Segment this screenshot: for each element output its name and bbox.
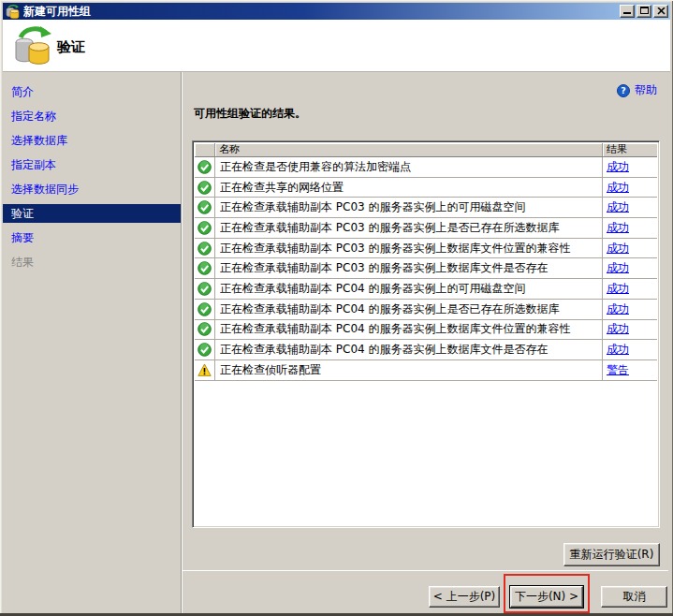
check-name: 正在检查承载辅助副本 PC04 的服务器实例上的可用磁盘空间 (215, 279, 526, 299)
help-label: 帮助 (635, 82, 657, 98)
cancel-button[interactable]: 取消 (601, 586, 667, 608)
table-row[interactable]: 正在检查侦听器配置 警告 (195, 360, 657, 381)
result-link[interactable]: 成功 (603, 340, 629, 359)
sidebar-item-summary[interactable]: 摘要 (3, 226, 181, 250)
check-name: 正在检查承载辅助副本 PC03 的服务器实例上数据库文件是否存在 (215, 258, 549, 278)
sidebar-item-results: 结果 (3, 250, 181, 274)
sidebar-divider (181, 72, 183, 613)
result-link[interactable]: 警告 (603, 360, 629, 380)
new-availability-group-dialog: 新建可用性组 验证 简介指定名称选择数据库指定副本选择数据同步验证摘要结果 ? … (0, 0, 673, 616)
result-link[interactable]: 成功 (603, 239, 629, 258)
success-icon (198, 221, 212, 235)
sidebar-item-label: 指定名称 (11, 110, 56, 123)
availability-group-icon (6, 5, 20, 19)
maximize-button[interactable] (636, 5, 651, 18)
table-row[interactable]: 正在检查是否使用兼容的算法加密端点 成功 (195, 157, 657, 178)
next-button[interactable]: 下一步(N) > (510, 586, 583, 608)
sidebar-item-validation[interactable]: 验证 (3, 204, 181, 223)
close-icon (657, 7, 666, 15)
success-icon (198, 242, 212, 256)
maximize-icon (640, 7, 649, 14)
column-header-icon[interactable] (195, 143, 215, 156)
sidebar-item-specify-replicas[interactable]: 指定副本 (3, 153, 181, 177)
sidebar-item-label: 简介 (11, 85, 34, 98)
sidebar-item-label: 结果 (11, 256, 34, 269)
check-name: 正在检查承载辅助副本 PC03 的服务器实例上的可用磁盘空间 (215, 198, 526, 217)
success-icon (198, 160, 212, 174)
sidebar-item-label: 选择数据库 (11, 134, 67, 147)
sidebar: 简介指定名称选择数据库指定副本选择数据同步验证摘要结果 (3, 72, 181, 569)
results-caption: 可用性组验证的结果。 (194, 106, 306, 122)
success-icon (198, 302, 212, 316)
success-icon (198, 282, 212, 296)
table-row[interactable]: 正在检查承载辅助副本 PC04 的服务器实例上数据库文件位置的兼容性 成功 (195, 320, 657, 341)
validation-table-body: 正在检查是否使用兼容的算法加密端点 成功 正在检查共享的网络位置 成功 (195, 157, 657, 381)
sidebar-item-label: 指定副本 (11, 158, 56, 171)
check-name: 正在检查承载辅助副本 PC04 的服务器实例上是否已存在所选数据库 (215, 300, 560, 319)
sidebar-item-intro[interactable]: 简介 (3, 80, 181, 104)
minimize-icon (623, 12, 631, 14)
result-link[interactable]: 成功 (603, 320, 629, 340)
table-row[interactable]: 正在检查承载辅助副本 PC04 的服务器实例上的可用磁盘空间 成功 (195, 279, 657, 300)
close-button[interactable] (653, 5, 668, 18)
table-row[interactable]: 正在检查承载辅助副本 PC03 的服务器实例上数据库文件位置的兼容性 成功 (195, 239, 657, 259)
check-name: 正在检查承载辅助副本 PC03 的服务器实例上是否已存在所选数据库 (215, 218, 560, 238)
result-link[interactable]: 成功 (603, 300, 629, 319)
table-row[interactable]: 正在检查承载辅助副本 PC03 的服务器实例上数据库文件是否存在 成功 (195, 258, 657, 279)
footer-divider (183, 570, 668, 571)
page-title: 验证 (57, 38, 85, 56)
sidebar-item-select-databases[interactable]: 选择数据库 (3, 128, 181, 153)
check-name: 正在检查承载辅助副本 PC04 的服务器实例上数据库文件是否存在 (215, 340, 549, 359)
table-row[interactable]: 正在检查承载辅助副本 PC03 的服务器实例上是否已存在所选数据库 成功 (195, 218, 657, 239)
minimize-button[interactable] (620, 5, 635, 18)
result-link[interactable]: 成功 (603, 178, 629, 198)
wizard-header: 验证 (3, 20, 670, 72)
result-link[interactable]: 成功 (603, 157, 629, 177)
result-link[interactable]: 成功 (603, 279, 629, 299)
check-name: 正在检查共享的网络位置 (215, 178, 344, 198)
sidebar-item-label: 选择数据同步 (11, 183, 79, 196)
svg-text:?: ? (621, 85, 626, 95)
table-row[interactable]: 正在检查承载辅助副本 PC04 的服务器实例上数据库文件是否存在 成功 (195, 340, 657, 360)
warning-icon (198, 363, 212, 377)
result-link[interactable]: 成功 (603, 198, 629, 217)
column-header-name[interactable]: 名称 (215, 143, 603, 156)
sidebar-item-select-data-sync[interactable]: 选择数据同步 (3, 177, 181, 201)
help-icon: ? (617, 84, 630, 97)
check-name: 正在检查承载辅助副本 PC04 的服务器实例上数据库文件位置的兼容性 (215, 320, 571, 340)
sidebar-item-specify-name[interactable]: 指定名称 (3, 104, 181, 128)
window-title: 新建可用性组 (23, 3, 618, 20)
success-icon (198, 322, 212, 336)
back-button[interactable]: < 上一步(P) (429, 586, 500, 608)
rerun-validation-button[interactable]: 重新运行验证(R) (563, 543, 660, 566)
table-row[interactable]: 正在检查承载辅助副本 PC04 的服务器实例上是否已存在所选数据库 成功 (195, 300, 657, 320)
sidebar-item-label: 验证 (11, 207, 34, 220)
result-link[interactable]: 成功 (603, 218, 629, 238)
check-name: 正在检查侦听器配置 (215, 360, 321, 380)
result-link[interactable]: 成功 (603, 258, 629, 278)
column-header-result[interactable]: 结果 (603, 143, 657, 156)
titlebar[interactable]: 新建可用性组 (3, 3, 670, 20)
success-icon (198, 261, 212, 275)
success-icon (198, 343, 212, 357)
check-name: 正在检查是否使用兼容的算法加密端点 (215, 157, 411, 177)
validation-table-header: 名称 结果 (195, 143, 657, 157)
validation-table: 名称 结果 正在检查是否使用兼容的算法加密端点 成功 (192, 140, 660, 528)
validation-step-icon (12, 25, 53, 68)
table-row[interactable]: 正在检查共享的网络位置 成功 (195, 178, 657, 198)
help-link[interactable]: ? 帮助 (617, 82, 657, 98)
table-row[interactable]: 正在检查承载辅助副本 PC03 的服务器实例上的可用磁盘空间 成功 (195, 198, 657, 218)
check-name: 正在检查承载辅助副本 PC03 的服务器实例上数据库文件位置的兼容性 (215, 239, 571, 258)
success-icon (198, 181, 212, 195)
sidebar-item-label: 摘要 (11, 231, 34, 244)
success-icon (198, 200, 212, 214)
